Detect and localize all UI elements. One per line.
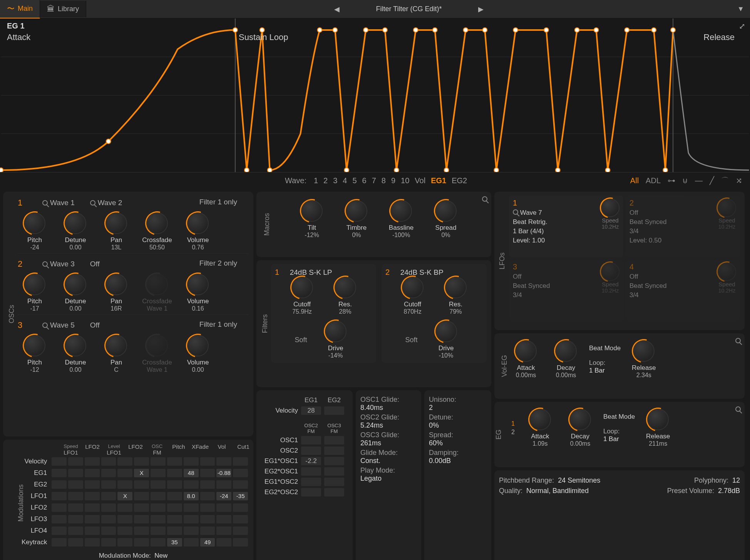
knob-bassline[interactable]: Bassline -100% — [384, 200, 418, 239]
mod-cell[interactable] — [134, 538, 149, 547]
unisono-param[interactable]: Unisono:2 — [429, 396, 487, 412]
knob-tilt[interactable]: Tilt -12% — [295, 200, 329, 239]
osc-filter-select[interactable]: Filter 1 only — [199, 320, 237, 330]
knob-crossfade[interactable]: Crossfade Wave 1 — [140, 274, 174, 312]
wave-extra-vol[interactable]: Vol — [412, 176, 428, 185]
knob-volume[interactable]: Volume 0.76 — [181, 212, 215, 251]
mod-cell[interactable] — [68, 515, 83, 523]
mod-cell[interactable] — [85, 515, 100, 523]
wave-slot-6[interactable]: 6 — [360, 176, 369, 185]
mod-cell[interactable] — [117, 538, 132, 547]
mod-cell[interactable] — [151, 538, 166, 547]
eg-tab-2[interactable]: 2 — [509, 428, 517, 436]
mod-cell[interactable] — [301, 488, 321, 496]
mod-cell[interactable] — [167, 469, 182, 477]
mod-cell[interactable] — [324, 406, 344, 415]
osc-wave2-select[interactable]: Wave 2 — [90, 198, 122, 208]
eg-search-icon[interactable] — [735, 406, 741, 414]
osc-wave2-select[interactable]: Off — [90, 320, 100, 330]
env-filter-d[interactable]: D — [651, 176, 656, 185]
knob-release[interactable]: Release 211ms — [641, 409, 675, 447]
wave-extra-eg1[interactable]: EG1 — [428, 176, 449, 185]
glide-param[interactable]: OSC3 Glide:261ms — [360, 431, 417, 447]
mod-cell[interactable] — [85, 503, 100, 512]
preset-name[interactable]: Filter Tilter (CG Edit)* — [351, 5, 467, 13]
mod-cell[interactable] — [184, 538, 199, 547]
mod-cell[interactable] — [200, 503, 215, 512]
mod-cell[interactable] — [151, 503, 166, 512]
knob-pitch[interactable]: Pitch -12 — [18, 335, 52, 373]
line-tool-icon[interactable]: — — [695, 176, 703, 185]
menu-dropdown-button[interactable]: ▼ — [732, 5, 750, 13]
wave-slot-5[interactable]: 5 — [350, 176, 359, 185]
mod-cell[interactable] — [85, 469, 100, 477]
mod-cell[interactable] — [233, 480, 248, 489]
osc-filter-select[interactable]: Filter 2 only — [199, 259, 237, 269]
mod-cell[interactable] — [117, 457, 132, 466]
knob-decay[interactable]: Decay 0.00ms — [563, 409, 597, 447]
mod-cell[interactable] — [216, 515, 231, 523]
knob-detune[interactable]: Detune 0.00 — [59, 335, 92, 373]
mod-cell[interactable] — [101, 515, 116, 523]
knob-detune[interactable]: Detune 0.00 — [59, 274, 92, 312]
wave-slot-2[interactable]: 2 — [321, 176, 330, 185]
polyphony-value[interactable]: 12 — [732, 476, 740, 484]
lfo-speed-knob[interactable]: Speed 10.2Hz — [601, 199, 619, 230]
mod-cell[interactable]: -35 — [233, 492, 248, 500]
mod-cell[interactable] — [117, 515, 132, 523]
preset-prev-button[interactable]: ◀ — [330, 5, 343, 13]
mod-cell[interactable] — [85, 480, 100, 489]
mod-cell[interactable]: -0.88 — [216, 469, 231, 477]
mod-cell[interactable] — [68, 538, 83, 547]
mod-cell[interactable] — [167, 515, 182, 523]
knob-res.[interactable]: Res. 79% — [439, 277, 473, 315]
mod-cell[interactable] — [68, 480, 83, 489]
mod-cell[interactable] — [68, 503, 83, 512]
knob-attack[interactable]: Attack 1.09s — [523, 409, 557, 447]
knob-pan[interactable]: Pan 13L — [99, 212, 133, 251]
mod-cell[interactable] — [184, 503, 199, 512]
mod-cell[interactable] — [134, 492, 149, 500]
mod-cell[interactable] — [52, 469, 67, 477]
knob-cutoff[interactable]: Cutoff 870Hz — [396, 277, 430, 315]
tab-main[interactable]: 〜 Main — [0, 0, 40, 18]
mod-cell[interactable] — [324, 436, 344, 445]
mod-cell[interactable] — [134, 457, 149, 466]
macros-search-icon[interactable] — [482, 196, 487, 204]
mod-cell[interactable] — [134, 527, 149, 535]
knob-attack[interactable]: Attack 0.00ms — [509, 340, 543, 379]
filter-type-select[interactable]: 24dB S-K BP — [396, 268, 444, 276]
knob-volume[interactable]: Volume 0.16 — [181, 274, 215, 312]
mod-cell[interactable]: 49 — [200, 538, 215, 547]
mod-cell[interactable] — [117, 480, 132, 489]
eg-tab-1[interactable]: 1 — [509, 420, 517, 428]
mod-cell[interactable] — [85, 457, 100, 466]
link-tool-icon[interactable]: ⊶ — [668, 176, 675, 185]
osc-wave2-select[interactable]: Off — [90, 259, 100, 269]
curve-tool-icon[interactable]: ⌒ — [721, 176, 729, 186]
mod-cell[interactable] — [167, 480, 182, 489]
lfo-speed-knob[interactable]: Speed 10.2Hz — [718, 262, 736, 294]
mod-cell[interactable] — [216, 538, 231, 547]
ramp-tool-icon[interactable]: ╱ — [710, 176, 714, 185]
knob-pitch[interactable]: Pitch -17 — [18, 274, 52, 312]
wave-slot-10[interactable]: 10 — [398, 176, 412, 185]
mod-cell[interactable] — [301, 446, 321, 455]
lfo-level[interactable]: Level: 0.50 — [629, 237, 736, 244]
mod-cell[interactable] — [134, 515, 149, 523]
mod-cell[interactable] — [101, 457, 116, 466]
env-filter-a[interactable]: A — [646, 176, 651, 185]
mod-cell[interactable]: -24 — [216, 492, 231, 500]
knob-detune[interactable]: Detune 0.00 — [59, 212, 92, 251]
quality-value[interactable]: Normal, Bandlimited — [526, 487, 589, 495]
voleg-search-icon[interactable] — [735, 337, 741, 345]
filter-all[interactable]: All — [630, 176, 639, 185]
mod-cell[interactable]: 48 — [184, 469, 199, 477]
mod-cell[interactable]: 8.0 — [184, 492, 199, 500]
mod-cell[interactable] — [85, 492, 100, 500]
osc-filter-select[interactable]: Filter 1 only — [199, 198, 237, 208]
knob-crossfade[interactable]: Crossfade 50:50 — [140, 212, 174, 251]
mod-cell[interactable] — [68, 527, 83, 535]
expand-icon[interactable]: ⤢ — [739, 22, 745, 31]
glide-param[interactable]: Glide Mode:Const. — [360, 449, 417, 465]
